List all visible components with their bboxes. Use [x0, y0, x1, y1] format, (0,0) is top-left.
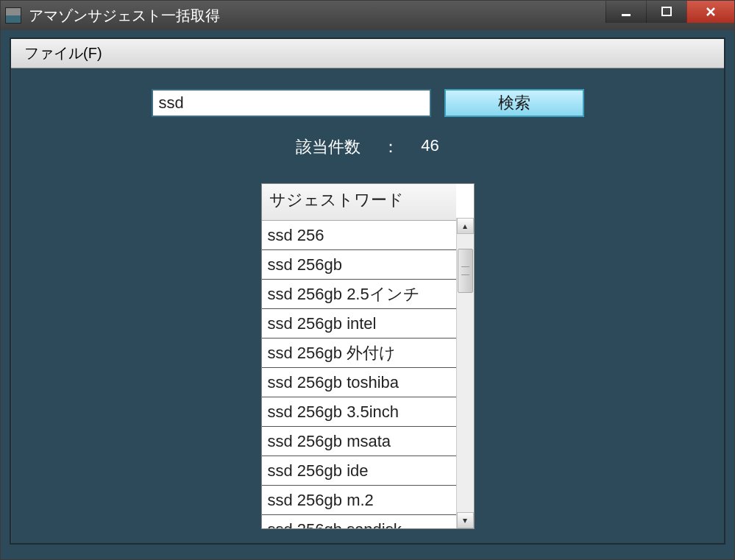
- grid-column: サジェストワード ssd 256 ssd 256gb ssd 256gb 2.5…: [262, 184, 456, 528]
- result-count-separator: ：: [383, 136, 399, 158]
- client-area: ファイル(F) 検索 該当件数 ： 46 サジェストワード ssd 256: [1, 30, 734, 559]
- list-item[interactable]: ssd 256gb: [262, 250, 456, 280]
- minimize-button[interactable]: [606, 1, 646, 23]
- search-button[interactable]: 検索: [444, 89, 584, 117]
- result-count-value: 46: [421, 136, 438, 158]
- list-item[interactable]: ssd 256gb m.2: [262, 486, 456, 515]
- search-input[interactable]: [152, 89, 431, 117]
- list-item[interactable]: ssd 256: [262, 221, 456, 250]
- result-count-row: 該当件数 ： 46: [296, 136, 438, 158]
- content: 検索 該当件数 ： 46 サジェストワード ssd 256 ssd 256gb …: [11, 68, 724, 543]
- scroll-up-arrow-icon[interactable]: ▴: [457, 218, 474, 234]
- menu-file[interactable]: ファイル(F): [18, 40, 108, 66]
- list-item[interactable]: ssd 256gb msata: [262, 427, 456, 456]
- list-item[interactable]: ssd 256gb 2.5インチ: [262, 280, 456, 309]
- vertical-scrollbar[interactable]: ▴ ▾: [456, 218, 474, 528]
- result-count-label: 該当件数: [296, 136, 361, 158]
- scroll-thumb[interactable]: [458, 249, 473, 293]
- grid-body: ssd 256 ssd 256gb ssd 256gb 2.5インチ ssd 2…: [262, 221, 456, 528]
- list-item[interactable]: ssd 256gb intel: [262, 309, 456, 339]
- grid-header[interactable]: サジェストワード: [262, 184, 456, 221]
- content-frame: ファイル(F) 検索 該当件数 ： 46 サジェストワード ssd 256: [10, 38, 725, 545]
- maximize-button[interactable]: [646, 1, 686, 23]
- search-row: 検索: [152, 89, 584, 117]
- list-item[interactable]: ssd 256gb sandisk: [262, 515, 456, 528]
- window-controls: [606, 1, 734, 30]
- scroll-track[interactable]: [457, 234, 474, 512]
- svg-rect-0: [622, 14, 631, 16]
- menubar: ファイル(F): [11, 39, 724, 68]
- list-item[interactable]: ssd 256gb ide: [262, 456, 456, 486]
- app-icon: [5, 7, 21, 24]
- results-grid: サジェストワード ssd 256 ssd 256gb ssd 256gb 2.5…: [261, 183, 475, 529]
- list-item[interactable]: ssd 256gb 3.5inch: [262, 397, 456, 427]
- app-window: アマゾンサジェスト一括取得 ファイル(F) 検索: [0, 0, 735, 560]
- list-item[interactable]: ssd 256gb 外付け: [262, 339, 456, 368]
- list-item[interactable]: ssd 256gb toshiba: [262, 368, 456, 397]
- scroll-down-arrow-icon[interactable]: ▾: [457, 512, 474, 528]
- window-title: アマゾンサジェスト一括取得: [29, 6, 606, 26]
- close-button[interactable]: [686, 1, 734, 23]
- svg-rect-1: [662, 7, 671, 15]
- titlebar[interactable]: アマゾンサジェスト一括取得: [1, 1, 734, 30]
